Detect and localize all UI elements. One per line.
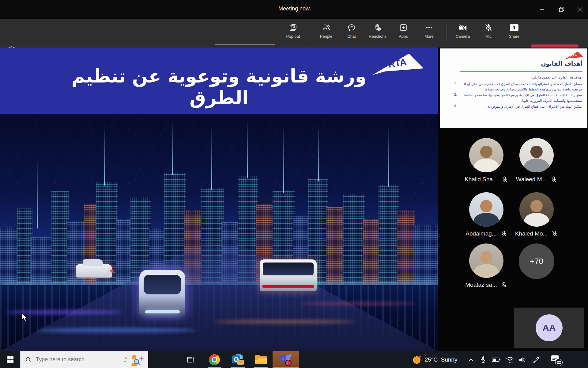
weather-widget[interactable]: 25°C Sunny: [410, 351, 459, 368]
minimize-icon: [540, 7, 545, 12]
participant-avatar: [469, 192, 503, 227]
slide-title: ورشة قانونية وتوعوية عن تنظيم الطرق: [61, 65, 377, 108]
meeting-toolbar: --:-- Request control Pop out People: [0, 19, 588, 48]
search-highlights-icon: [124, 354, 144, 366]
objective-item: 3. تمكين الهيئة من الإشراف على قطاع الطر…: [443, 104, 582, 109]
volume-icon: [519, 357, 526, 363]
rta-logo: RTA: [371, 52, 424, 76]
overflow-participants-badge[interactable]: +70: [519, 243, 554, 279]
slide-title-band: ورشة قانونية وتوعوية عن تنظيم الطرق RTA: [0, 48, 438, 114]
task-view-button[interactable]: [181, 351, 200, 368]
reactions-button[interactable]: Reactions: [365, 23, 390, 44]
search-icon: [25, 357, 32, 363]
pen-icon: [533, 356, 540, 363]
shared-screen-slide: ورشة قانونية وتوعوية عن تنظيم الطرق RTA: [0, 48, 438, 351]
teams-taskbar-button[interactable]: T 9+: [273, 351, 299, 368]
mouse-cursor: [21, 313, 28, 322]
search-input[interactable]: [36, 356, 119, 363]
windows-taskbar: T 9+ 25°C Sunny: [0, 351, 588, 368]
thumbnail-title-underline: [460, 71, 582, 72]
task-view-icon: [187, 356, 195, 364]
file-explorer-icon: [255, 355, 267, 365]
more-button[interactable]: More: [416, 23, 442, 44]
tray-wifi-button[interactable]: [504, 351, 516, 368]
participant-tile[interactable]: Khalid Sha...: [461, 138, 511, 192]
tray-battery-button[interactable]: [490, 351, 502, 368]
start-button[interactable]: [0, 351, 20, 368]
participant-name: Waleed M...: [516, 176, 547, 183]
chrome-taskbar-button[interactable]: [205, 351, 224, 368]
self-view-tile[interactable]: AA: [514, 308, 584, 348]
bus-graphic: [260, 259, 317, 291]
thumbnail-intro-text: يهدف هذا القانون إلى تحقيق ما يلي:: [531, 75, 582, 79]
objective-item: 2. تطوير البنية التحتية لشبكة الطرق في ا…: [443, 93, 582, 103]
notifications-icon: 22: [551, 355, 561, 364]
running-indicator: [273, 367, 299, 368]
tray-chevron-button[interactable]: [466, 351, 477, 368]
microphone-icon: [481, 356, 486, 363]
share-button[interactable]: Share: [501, 23, 527, 44]
restore-icon: [559, 7, 564, 12]
tray-volume-button[interactable]: [517, 351, 529, 368]
close-button[interactable]: [571, 0, 588, 19]
chat-button[interactable]: Chat: [339, 23, 364, 44]
participant-tile[interactable]: Moataz sa...: [461, 243, 511, 297]
sun-icon: [413, 355, 422, 364]
participant-tile[interactable]: Abdalmag...: [461, 192, 511, 246]
restore-button[interactable]: [553, 0, 570, 19]
minimize-button[interactable]: [533, 0, 551, 19]
mic-off-icon: [501, 282, 507, 288]
participant-tile[interactable]: Khaled Mo...: [511, 192, 562, 246]
next-slide-thumbnail[interactable]: RTA أهداف القانون يهدف هذا القانون إلى ت…: [440, 48, 587, 128]
more-icon: [424, 23, 434, 32]
share-icon: [510, 23, 519, 32]
car-graphic: [76, 264, 112, 278]
file-explorer-taskbar-button[interactable]: [251, 351, 270, 368]
notifications-button[interactable]: 22: [548, 351, 565, 368]
participant-name: Khaled Mo...: [515, 230, 548, 237]
participant-name: Abdalmag...: [466, 230, 496, 237]
people-icon: [322, 23, 331, 32]
teams-meeting-window: Meeting now --:-- Request control: [0, 0, 588, 368]
teams-icon: T 9+: [280, 354, 292, 366]
popout-icon: [288, 23, 298, 32]
outlook-taskbar-button[interactable]: [228, 351, 247, 368]
participant-name: Khalid Sha...: [465, 176, 498, 183]
camera-button[interactable]: Camera: [450, 23, 476, 44]
notifications-badge: 22: [555, 359, 563, 366]
thumbnail-objectives-list: 1. ضمان تكامل الخطط والاستراتيجيات الخاص…: [443, 81, 582, 110]
mic-off-icon: [484, 23, 493, 32]
camera-off-icon: [458, 23, 467, 32]
outlook-icon: [232, 354, 244, 365]
slide-city-image: [0, 114, 438, 351]
participant-tile[interactable]: Waleed M...: [511, 138, 562, 192]
apps-icon: [399, 23, 408, 32]
mic-button[interactable]: Mic: [476, 23, 501, 44]
toolbar-divider: [446, 25, 447, 41]
chrome-icon: [209, 354, 220, 365]
chat-icon: [347, 23, 356, 32]
tray-pen-button[interactable]: [530, 351, 542, 368]
reactions-icon: [373, 23, 382, 32]
self-avatar-initials: AA: [536, 314, 563, 341]
teams-badge: 9+: [285, 360, 292, 366]
participant-avatar: [519, 138, 554, 172]
tray-mic-button[interactable]: [478, 351, 489, 368]
mic-off-icon: [550, 176, 557, 183]
windows-logo-icon: [7, 356, 13, 363]
taskbar-search[interactable]: [20, 351, 148, 368]
participant-avatar: [469, 138, 503, 172]
mic-off-icon: [500, 230, 507, 237]
objective-item: 1. ضمان تكامل الخطط والاستراتيجيات الخاص…: [443, 81, 582, 92]
chevron-up-icon: [468, 358, 474, 362]
popout-button[interactable]: Pop out: [280, 23, 306, 44]
people-button[interactable]: People: [313, 23, 339, 44]
window-title: Meeting now: [0, 6, 588, 12]
rta-logo-small: RTA: [564, 51, 584, 60]
mic-off-icon: [551, 230, 558, 237]
battery-icon: [492, 357, 500, 362]
tram-graphic: [139, 270, 185, 316]
toolbar-divider: [310, 25, 310, 41]
apps-button[interactable]: Apps: [390, 23, 416, 44]
participant-avatar: [469, 243, 503, 278]
